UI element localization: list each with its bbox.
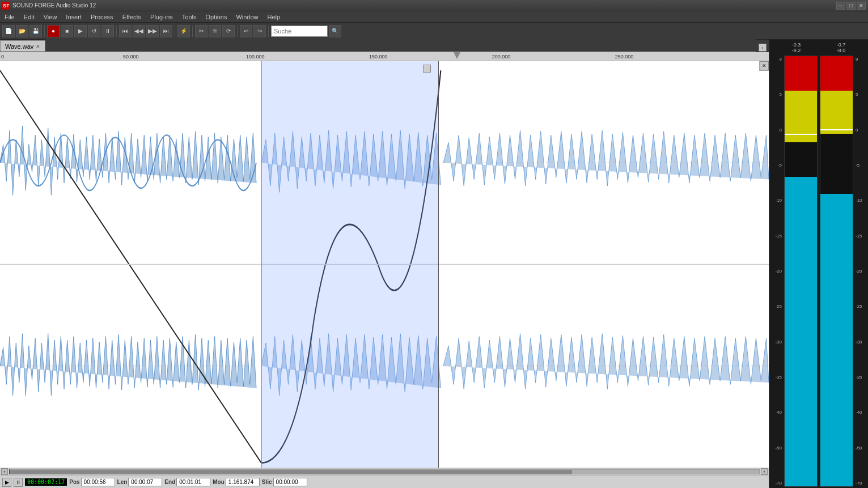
new-button[interactable]: 📄 (2, 25, 15, 37)
ruler-150k: 150.000 (369, 54, 388, 60)
scale-n10: -10 (772, 198, 782, 203)
rscale-9: 9 (856, 57, 866, 62)
play-button[interactable]: ▶ (74, 25, 87, 37)
vu-left-red (785, 56, 817, 91)
toolbar-sep-2 (116, 26, 117, 37)
prev-button[interactable]: ◀◀ (133, 25, 145, 37)
menu-window[interactable]: Window (231, 11, 262, 22)
wave-display[interactable]: ✕ (0, 61, 769, 468)
menu-process[interactable]: Process (86, 11, 118, 22)
menu-tools[interactable]: Tools (177, 11, 201, 22)
play-looped-button[interactable]: ↺ (88, 25, 100, 37)
scale-n5: -5 (772, 163, 782, 168)
pos-field: Pos 00:00:56 (69, 478, 115, 486)
end-label: End (164, 479, 175, 485)
stop-button[interactable]: ■ (61, 25, 73, 37)
close-button[interactable]: ✕ (857, 2, 866, 10)
scale-5: 5 (772, 92, 782, 97)
menu-view[interactable]: View (39, 11, 62, 22)
loop-button[interactable]: ⟳ (222, 25, 235, 37)
rscale-n40: -40 (856, 410, 866, 415)
open-button[interactable]: 📂 (16, 25, 28, 37)
selection-start-line (261, 61, 262, 468)
len-field: Len 00:00:07 (117, 478, 163, 486)
app-title: SOUND FORGE Audio Studio 12 (12, 2, 96, 9)
len-label: Len (117, 479, 128, 485)
vu-db-row: -8.2 -8.0 (769, 48, 868, 54)
waveform-ch2-left (0, 334, 256, 396)
vu-right-peak-hold (820, 129, 853, 130)
wave-tab-spacer (45, 39, 756, 52)
pause-button[interactable]: ⏸ (101, 25, 114, 37)
fastforward-button[interactable]: ⏭ (160, 25, 172, 37)
end-field: End 00:01:01 (164, 478, 210, 486)
titlebar-controls[interactable]: ─ □ ✕ (836, 2, 866, 10)
vu-left-db: -8.2 (792, 48, 801, 53)
rscale-n50: -50 (856, 445, 866, 451)
status-btn1[interactable]: ▶ (2, 478, 11, 487)
record-button[interactable]: ● (47, 25, 60, 37)
vu-right-red (820, 56, 853, 91)
app-icon: SF (2, 2, 10, 10)
selection-close[interactable]: ✕ (423, 65, 431, 73)
menu-edit[interactable]: Edit (19, 11, 39, 22)
minimize-button[interactable]: ─ (836, 2, 845, 10)
vu-left-blue (785, 177, 817, 486)
menu-insert[interactable]: Insert (61, 11, 86, 22)
menu-options[interactable]: Options (201, 11, 232, 22)
titlebar-left: SF SOUND FORGE Audio Studio 12 (2, 2, 96, 10)
menu-help[interactable]: Help (263, 11, 285, 22)
wave-window-btns: ▫ (756, 44, 769, 52)
snap-button[interactable]: ⚡ (177, 25, 190, 37)
scroll-thumb[interactable] (10, 470, 572, 474)
vu-left-bar (784, 56, 818, 487)
vu-right-db: -8.0 (837, 48, 846, 53)
status-btn2[interactable]: ⏸ (14, 478, 23, 487)
search-button[interactable]: 🔍 (329, 25, 341, 37)
rscale-n20: -20 (856, 269, 866, 274)
scale-n15: -15 (772, 234, 782, 239)
maximize-button[interactable]: □ (846, 2, 856, 10)
rscale-n70: -70 (856, 481, 866, 486)
scroll-minus[interactable]: + (1, 468, 8, 475)
mou-label: Mou (213, 479, 225, 485)
vu-scale-right: 9 5 0 -5 -10 -15 -20 -25 -30 -35 -40 -50… (854, 56, 867, 487)
next-button[interactable]: ▶▶ (146, 25, 159, 37)
wave-tabs: Wave.wav ✕ ▫ (0, 40, 769, 52)
waveform-ch1-left (0, 126, 256, 195)
undo-button[interactable]: ↩ (240, 25, 252, 37)
toolbar-sep-6 (268, 26, 269, 37)
search-input[interactable] (271, 26, 328, 37)
normalize-button[interactable]: ≋ (209, 25, 221, 37)
wave-window-restore[interactable]: ▫ (759, 44, 767, 52)
menu-effects[interactable]: Effects (118, 11, 146, 22)
rscale-n15: -15 (856, 234, 866, 239)
playhead-line (438, 61, 439, 468)
scroll-plus[interactable]: + (761, 468, 768, 475)
scale-9: 9 (772, 57, 782, 62)
wave-tab-close[interactable]: ✕ (36, 44, 40, 49)
rewind-button[interactable]: ⏮ (119, 25, 132, 37)
redo-button[interactable]: ↪ (253, 25, 266, 37)
vu-panel: -0.3 -0.7 -8.2 -8.0 9 5 0 -5 -10 -15 -20… (769, 40, 868, 488)
mou-field: Mou 1.161.874 (213, 478, 260, 486)
slic-value: 00:00:00 (273, 478, 307, 486)
ruler-100k: 100.000 (246, 54, 265, 60)
slic-field: Slic 00:00:00 (262, 478, 307, 486)
menu-plug-ins[interactable]: Plug-ins (146, 11, 177, 22)
wave-tab[interactable]: Wave.wav ✕ (0, 40, 45, 52)
wave-close-btn[interactable]: ✕ (760, 61, 769, 70)
wave-filename: Wave.wav (5, 43, 33, 50)
rscale-n30: -30 (856, 340, 866, 345)
rscale-n35: -35 (856, 375, 866, 380)
save-button[interactable]: 💾 (29, 25, 42, 37)
pos-value: 00:00:56 (81, 478, 115, 486)
scroll-track[interactable] (9, 469, 760, 474)
vu-scale-left: 9 5 0 -5 -10 -15 -20 -25 -30 -35 -40 -50… (770, 56, 783, 487)
toolbar-sep-5 (237, 26, 238, 37)
slic-label: Slic (262, 479, 272, 485)
trim-button[interactable]: ✂ (195, 25, 208, 37)
menu-file[interactable]: File (0, 11, 19, 22)
wave-ruler: 0 50.000 100.000 150.000 200.000 250.000 (0, 52, 769, 61)
pos-label: Pos (69, 479, 79, 485)
